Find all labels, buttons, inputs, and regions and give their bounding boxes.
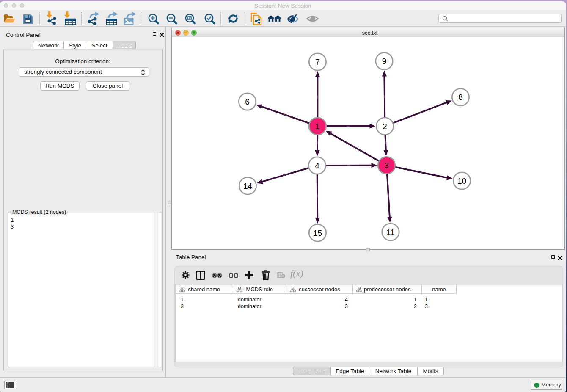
svg-text:8: 8 bbox=[458, 93, 463, 102]
svg-text:2: 2 bbox=[383, 122, 387, 131]
svg-text:7: 7 bbox=[315, 58, 320, 66]
svg-text:4: 4 bbox=[315, 161, 319, 170]
svg-text:3: 3 bbox=[384, 161, 389, 170]
svg-text:1: 1 bbox=[315, 122, 320, 131]
svg-text:11: 11 bbox=[386, 228, 395, 237]
svg-text:15: 15 bbox=[313, 229, 322, 237]
svg-text:10: 10 bbox=[457, 177, 466, 185]
svg-text:6: 6 bbox=[245, 97, 250, 106]
svg-text:14: 14 bbox=[243, 182, 253, 190]
svg-text:9: 9 bbox=[382, 57, 387, 66]
